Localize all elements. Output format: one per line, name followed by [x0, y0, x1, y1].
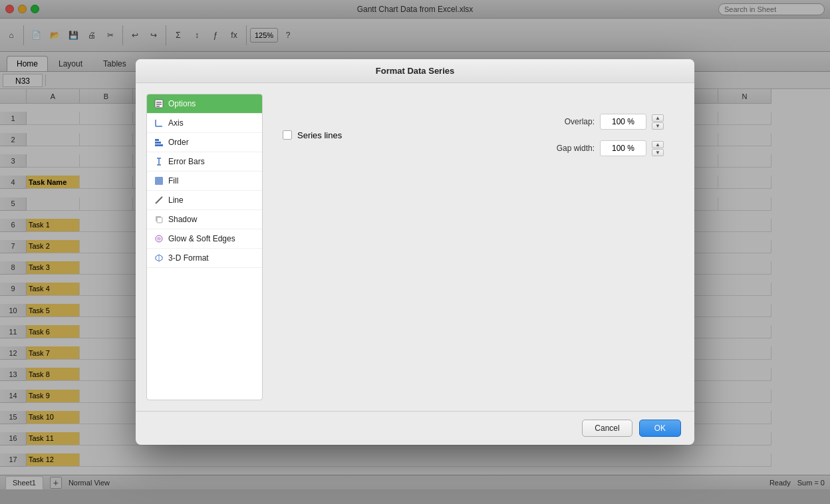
glow-icon: [154, 233, 164, 244]
line-icon: [154, 195, 164, 205]
series-lines-label: Series lines: [297, 130, 342, 140]
svg-line-13: [156, 197, 162, 203]
dialog-title-bar: Format Data Series: [136, 59, 694, 83]
content-main-row: Series lines Overlap: 100 % ▲ ▼: [283, 107, 664, 156]
sidebar-item-line-label: Line: [168, 195, 184, 205]
overlap-up-arrow[interactable]: ▲: [652, 114, 664, 122]
svg-rect-8: [155, 144, 163, 146]
overlap-down-arrow[interactable]: ▼: [652, 122, 664, 130]
format-data-series-dialog: Format Data Series Options Axis: [136, 59, 694, 445]
controls-right: Overlap: 100 % ▲ ▼ Gap width: 100 % ▲: [541, 114, 664, 156]
overlap-label: Overlap:: [541, 117, 595, 126]
sidebar-item-3d-label: 3-D Format: [168, 253, 209, 263]
dialog-content: Series lines Overlap: 100 % ▲ ▼: [263, 94, 684, 400]
overlap-spinner: ▲ ▼: [652, 114, 664, 130]
gap-width-row: Gap width: 100 % ▲ ▼: [541, 140, 664, 156]
gap-width-label: Gap width:: [541, 144, 595, 153]
svg-rect-15: [157, 217, 162, 223]
axis-icon: [154, 118, 164, 128]
sidebar-item-order[interactable]: Order: [147, 133, 262, 152]
sidebar-item-options-label: Options: [168, 99, 196, 108]
gap-width-value[interactable]: 100 %: [600, 140, 646, 156]
sidebar-item-3d[interactable]: 3-D Format: [147, 249, 262, 268]
order-icon: [154, 137, 164, 148]
shadow-icon: [154, 214, 164, 225]
dialog-title: Format Data Series: [376, 66, 455, 76]
fill-icon: [154, 176, 164, 186]
options-icon: [154, 98, 164, 109]
sidebar-item-shadow-label: Shadow: [168, 215, 197, 224]
dialog-footer: Cancel OK: [136, 411, 694, 445]
3d-icon: [154, 253, 164, 263]
cancel-button[interactable]: Cancel: [582, 420, 632, 437]
sidebar-item-shadow[interactable]: Shadow: [147, 210, 262, 229]
sidebar-item-fill[interactable]: Fill: [147, 172, 262, 191]
svg-rect-6: [155, 139, 159, 141]
sidebar-item-axis[interactable]: Axis: [147, 114, 262, 133]
overlap-row: Overlap: 100 % ▲ ▼: [541, 114, 664, 130]
svg-rect-1: [156, 102, 162, 103]
svg-rect-3: [156, 106, 160, 107]
sidebar-item-line[interactable]: Line: [147, 191, 262, 210]
svg-point-17: [157, 237, 161, 241]
sidebar-item-glow-label: Glow & Soft Edges: [168, 234, 235, 243]
svg-rect-7: [155, 142, 161, 144]
svg-rect-2: [156, 104, 162, 105]
gap-width-spinner: ▲ ▼: [652, 141, 664, 156]
ok-button[interactable]: OK: [639, 420, 681, 437]
series-lines-checkbox[interactable]: [283, 130, 292, 140]
svg-rect-12: [155, 177, 163, 185]
series-lines-section: Series lines: [283, 114, 342, 156]
modal-overlay: Format Data Series Options Axis: [0, 0, 830, 504]
sidebar-item-options[interactable]: Options: [147, 94, 262, 114]
sidebar-item-error-bars[interactable]: Error Bars: [147, 152, 262, 172]
error-bars-icon: [154, 156, 164, 167]
sidebar-item-fill-label: Fill: [168, 176, 178, 186]
overlap-value[interactable]: 100 %: [600, 114, 646, 130]
sidebar-item-error-bars-label: Error Bars: [168, 157, 205, 166]
sidebar-item-glow[interactable]: Glow & Soft Edges: [147, 229, 262, 249]
gap-width-up-arrow[interactable]: ▲: [652, 141, 664, 148]
dialog-body: Options Axis Order: [136, 83, 694, 411]
dialog-sidebar: Options Axis Order: [146, 94, 263, 400]
sidebar-item-axis-label: Axis: [168, 118, 184, 128]
sidebar-item-order-label: Order: [168, 138, 189, 147]
gap-width-down-arrow[interactable]: ▼: [652, 149, 664, 156]
